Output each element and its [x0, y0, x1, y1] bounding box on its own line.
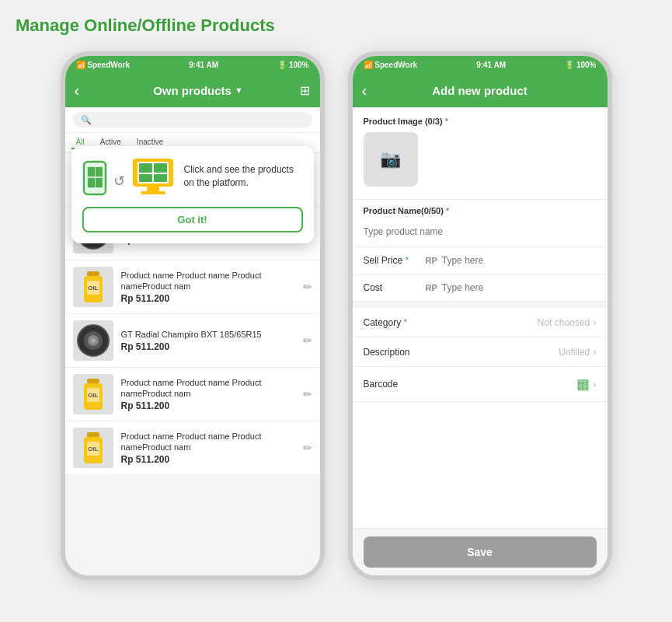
product-name: Product name Product name Product namePr…: [121, 270, 295, 292]
tire-icon: [75, 322, 112, 359]
right-battery: 🔋 100%: [565, 61, 596, 69]
edit-icon[interactable]: ✏: [303, 334, 312, 347]
barcode-chevron-icon: ›: [593, 379, 596, 390]
cost-prefix: RP: [426, 283, 437, 292]
product-price: Rp 511.200: [121, 400, 295, 411]
svg-rect-35: [154, 174, 167, 182]
right-signal: 📶 SpeedWork: [364, 61, 418, 69]
monitor-icon: [131, 157, 175, 196]
page-title: Manage Online/Offline Products: [16, 16, 656, 36]
cost-row: Cost RP: [353, 274, 608, 302]
description-value: Unfilled: [433, 347, 590, 358]
left-signal: 📶 SpeedWork: [76, 61, 131, 69]
category-label: Category *: [364, 317, 433, 328]
svg-rect-27: [96, 167, 103, 176]
list-item: OIL Product name Product name Product na…: [65, 368, 320, 421]
product-info: GT Radial Champiro BXT 185/65R15 Rp 511.…: [121, 329, 295, 352]
product-thumbnail: OIL: [73, 374, 113, 414]
product-info: Product name Product name Product namePr…: [121, 270, 295, 305]
category-row[interactable]: Category * Not choosed ›: [353, 308, 608, 337]
edit-icon[interactable]: ✏: [303, 388, 312, 400]
description-chevron-icon: ›: [593, 346, 596, 358]
svg-point-15: [91, 338, 96, 343]
list-item: OIL Product name Product name Product na…: [65, 421, 320, 475]
sell-price-label: Sell Price *: [364, 255, 426, 266]
phones-container: 📶 SpeedWork 9:41 AM 🔋 100% ‹ Own product…: [16, 51, 656, 580]
svg-rect-8: [87, 271, 99, 276]
cost-label: Cost: [364, 282, 426, 293]
description-row[interactable]: Description Unfilled ›: [353, 337, 608, 367]
tooltip-overlay: ↺ Click and see the: [71, 146, 314, 243]
product-info: Product name Product name Product namePr…: [121, 431, 295, 466]
product-thumbnail: [73, 320, 113, 361]
left-status-bar: 📶 SpeedWork 9:41 AM 🔋 100%: [65, 56, 320, 73]
cost-input[interactable]: [442, 282, 597, 293]
svg-text:OIL: OIL: [88, 392, 98, 399]
right-status-bar: 📶 SpeedWork 9:41 AM 🔋 100%: [353, 56, 608, 73]
image-upload-button[interactable]: 📷: [364, 132, 418, 187]
sell-price-prefix: RP: [426, 256, 437, 265]
left-phone-content: All Active Inactive: [65, 107, 320, 575]
svg-rect-34: [139, 174, 152, 182]
product-name-input[interactable]: [364, 222, 597, 243]
svg-rect-37: [141, 191, 165, 194]
tooltip-body: ↺ Click and see the: [82, 157, 303, 196]
image-label: Product Image (0/3) *: [364, 117, 597, 126]
category-value: Not choosed: [433, 317, 590, 328]
sell-price-input[interactable]: [442, 255, 597, 266]
name-section: Product Name(0/50) *: [353, 200, 608, 247]
right-nav-bar: ‹ Add new product: [353, 73, 608, 107]
svg-rect-36: [147, 187, 159, 191]
category-chevron-icon: ›: [593, 316, 596, 328]
svg-rect-28: [88, 178, 95, 187]
product-price: Rp 511.200: [121, 341, 295, 352]
save-btn-row: Save: [353, 528, 608, 575]
svg-rect-33: [154, 163, 167, 173]
right-back-button[interactable]: ‹: [362, 82, 384, 100]
barcode-label: Barcode: [364, 379, 433, 390]
left-phone: 📶 SpeedWork 9:41 AM 🔋 100% ‹ Own product…: [61, 51, 325, 580]
product-info: Product name Product name Product namePr…: [121, 377, 295, 412]
oil-bottle-icon: OIL: [79, 429, 107, 466]
edit-icon[interactable]: ✏: [303, 442, 312, 454]
product-thumbnail: OIL: [73, 267, 113, 307]
tooltip-illustration: ↺: [82, 157, 175, 196]
left-nav-bar: ‹ Own products ▼ ⊞: [65, 73, 320, 107]
left-back-button[interactable]: ‹: [75, 82, 96, 100]
svg-rect-20: [87, 432, 99, 437]
barcode-icon: ▦: [576, 376, 590, 393]
product-name: Product name Product name Product namePr…: [121, 431, 295, 453]
left-grid-icon[interactable]: ⊞: [300, 83, 310, 98]
name-label: Product Name(0/50) *: [364, 206, 597, 215]
edit-icon[interactable]: ✏: [303, 281, 312, 293]
product-name: Product name Product name Product namePr…: [121, 377, 295, 400]
arrow-icon: ↺: [113, 173, 125, 190]
right-nav-title: Add new product: [432, 84, 528, 97]
right-time: 9:41 AM: [476, 61, 506, 69]
svg-text:OIL: OIL: [88, 285, 98, 292]
phone-small-icon: [82, 160, 107, 196]
product-thumbnail: OIL: [73, 428, 113, 468]
oil-bottle-icon: OIL: [79, 376, 107, 413]
camera-icon: 📷: [380, 149, 401, 169]
description-label: Description: [364, 347, 433, 358]
search-input[interactable]: [73, 112, 312, 128]
tooltip-text: Click and see the products on the platfo…: [184, 163, 303, 190]
right-phone: 📶 SpeedWork 9:41 AM 🔋 100% ‹ Add new pro…: [348, 51, 612, 580]
svg-rect-29: [96, 178, 103, 187]
section-spacer: [353, 302, 608, 308]
svg-rect-32: [139, 163, 152, 173]
svg-rect-26: [88, 167, 95, 176]
left-nav-title: Own products ▼: [153, 84, 243, 97]
product-name: GT Radial Champiro BXT 185/65R15: [121, 329, 295, 340]
sell-price-row: Sell Price * RP: [353, 247, 608, 274]
product-price: Rp 511.200: [121, 454, 295, 465]
save-button[interactable]: Save: [364, 536, 597, 568]
list-item: GT Radial Champiro BXT 185/65R15 Rp 511.…: [65, 314, 320, 368]
image-section: Product Image (0/3) * 📷: [353, 107, 608, 199]
got-it-button[interactable]: Got it!: [82, 207, 303, 232]
svg-text:OIL: OIL: [88, 446, 98, 453]
left-battery: 🔋 100%: [277, 61, 308, 69]
barcode-row[interactable]: Barcode ▦ ›: [353, 367, 608, 402]
left-time: 9:41 AM: [189, 61, 218, 69]
